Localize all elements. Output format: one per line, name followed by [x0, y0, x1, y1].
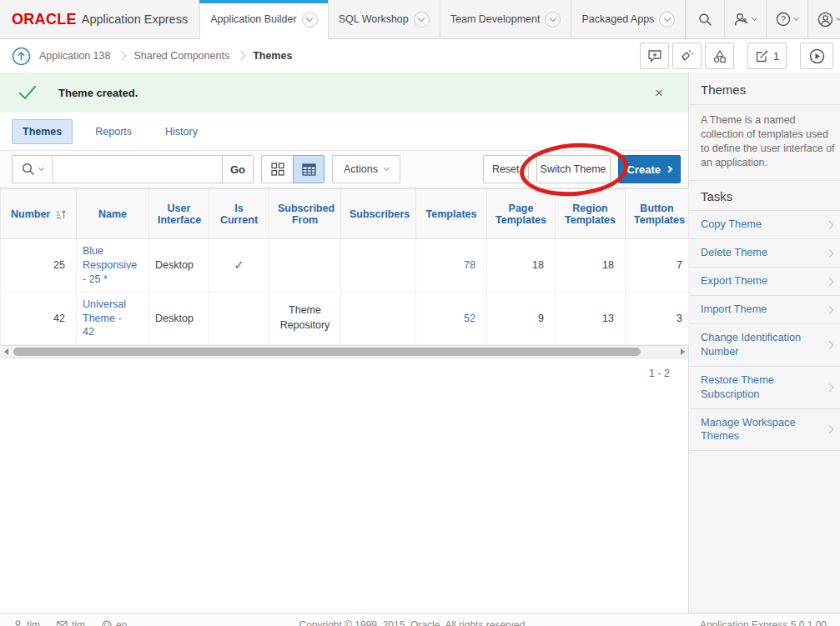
column-header-user-interface[interactable]: User Interface	[149, 189, 209, 239]
column-header-templates[interactable]: Templates	[416, 189, 487, 239]
toolbar-right-buttons: Reset Switch Theme Create	[483, 155, 681, 183]
edit-page-icon	[755, 49, 769, 63]
create-label: Create	[627, 163, 661, 176]
search-column-selector[interactable]	[13, 156, 53, 183]
task-change-identification-number[interactable]: Change Identification Number	[689, 324, 840, 367]
task-copy-theme[interactable]: Copy Theme	[689, 210, 840, 239]
column-header-name[interactable]: Name	[77, 189, 149, 239]
task-import-theme[interactable]: Import Theme	[689, 296, 840, 324]
scrollbar-thumb[interactable]	[13, 348, 641, 356]
cell-region-templates: 18	[556, 239, 626, 293]
task-manage-workspace-themes[interactable]: Manage Workspace Themes	[689, 409, 840, 452]
sort-ascending-icon	[56, 209, 67, 219]
theme-name-link[interactable]: Blue Responsive - 25 *	[83, 244, 133, 287]
up-level-icon[interactable]	[12, 47, 31, 66]
chevron-down-icon[interactable]	[545, 12, 561, 28]
success-message-text: Theme created.	[58, 87, 138, 99]
scroll-left-arrow[interactable]	[0, 348, 12, 355]
run-play-icon	[809, 48, 825, 64]
pagination-range: 1 - 2	[0, 358, 688, 379]
scrollbar-track[interactable]	[12, 348, 677, 356]
breadcrumb-bar: Application 138 Shared Components Themes…	[0, 39, 840, 73]
edit-page-button[interactable]: 1	[747, 43, 787, 69]
envelope-icon	[57, 621, 68, 626]
user-account-icon	[817, 12, 833, 28]
scroll-right-arrow[interactable]	[677, 348, 688, 355]
chevron-right-icon	[826, 306, 834, 314]
search-input[interactable]	[53, 156, 222, 183]
report-view-button[interactable]	[293, 155, 324, 183]
breadcrumb-current-page: Themes	[253, 50, 292, 62]
breadcrumb-shared-components[interactable]: Shared Components	[133, 50, 229, 62]
chevron-down-icon	[836, 15, 840, 21]
breadcrumb: Application 138 Shared Components Themes	[39, 50, 292, 62]
chevron-down-icon	[384, 165, 390, 171]
chevron-right-icon	[826, 383, 834, 392]
close-icon[interactable]: ×	[655, 86, 663, 100]
column-header-subscribers[interactable]: Subscribers	[341, 189, 416, 239]
cell-page-templates: 9	[487, 292, 556, 345]
task-export-theme[interactable]: Export Theme	[689, 268, 840, 296]
cell-number: 42	[1, 292, 77, 345]
create-button[interactable]: Create	[618, 155, 681, 183]
tab-history[interactable]: History	[154, 119, 209, 144]
table-header-row: Number Name User Interface Is Current Su…	[1, 189, 689, 239]
task-delete-theme[interactable]: Delete Theme	[689, 239, 840, 268]
nav-tab-packaged-apps[interactable]: Packaged Apps	[571, 0, 686, 38]
help-menu-button[interactable]: ?	[766, 0, 807, 38]
search-button[interactable]	[686, 0, 724, 38]
administration-menu-button[interactable]	[724, 0, 766, 38]
search-group: Go	[12, 155, 254, 183]
column-header-region-templates[interactable]: Region Templates	[556, 189, 626, 239]
column-header-number[interactable]: Number	[1, 189, 77, 239]
chevron-right-icon	[826, 341, 834, 349]
page-action-buttons: 1	[640, 43, 833, 69]
utilities-button[interactable]	[672, 43, 702, 69]
shared-components-button[interactable]	[705, 43, 734, 69]
actions-menu-button[interactable]: Actions	[332, 155, 400, 183]
go-button[interactable]: Go	[222, 156, 253, 183]
footer-user: tim	[13, 619, 40, 626]
column-header-is-current[interactable]: Is Current	[209, 189, 269, 239]
templates-count-link[interactable]: 52	[464, 313, 475, 324]
breadcrumb-application[interactable]: Application 138	[39, 50, 110, 62]
shared-components-icon	[712, 49, 727, 63]
chevron-down-icon[interactable]	[302, 12, 318, 28]
reset-button[interactable]: Reset	[483, 155, 529, 183]
user-icon	[13, 620, 23, 626]
edit-page-number: 1	[773, 50, 779, 63]
account-menu-button[interactable]	[807, 0, 840, 38]
nav-tab-application-builder[interactable]: Application Builder	[199, 0, 328, 38]
success-check-icon	[18, 85, 37, 100]
cell-user-interface: Desktop	[149, 292, 209, 345]
cell-button-templates: 3	[626, 292, 689, 345]
chevron-down-icon[interactable]	[659, 12, 675, 28]
column-header-page-templates[interactable]: Page Templates	[487, 189, 556, 239]
breadcrumb-separator-icon	[118, 51, 127, 60]
tab-themes[interactable]: Themes	[12, 119, 73, 144]
nav-tab-team-development[interactable]: Team Development	[440, 0, 571, 38]
content-area: Theme created. × Themes Reports History …	[0, 73, 840, 613]
region-tabs: Themes Reports History	[0, 113, 688, 150]
product-name: Application Express	[82, 13, 188, 26]
column-header-button-templates[interactable]: Button Templates	[626, 189, 689, 239]
run-application-button[interactable]	[800, 43, 833, 69]
column-header-subscribed-from[interactable]: Subscribed From	[269, 189, 341, 239]
success-message: Theme created. ×	[0, 73, 688, 113]
table-row: 25 Blue Responsive - 25 * Desktop ✓ 78 1…	[1, 239, 689, 293]
templates-count-link[interactable]: 78	[464, 259, 475, 271]
feedback-button[interactable]	[640, 43, 669, 69]
oracle-apex-logo[interactable]: ORACLE Application Express	[0, 0, 199, 38]
breadcrumb-separator-icon	[236, 51, 245, 60]
task-restore-theme-subscription[interactable]: Restore Theme Subscription	[689, 367, 840, 409]
cell-user-interface: Desktop	[149, 239, 209, 293]
chevron-right-icon	[826, 249, 834, 258]
chevron-down-icon[interactable]	[414, 12, 430, 28]
theme-name-link[interactable]: Universal Theme - 42	[83, 298, 133, 340]
nav-tab-sql-workshop[interactable]: SQL Workshop	[328, 0, 440, 38]
icon-view-button[interactable]	[261, 155, 293, 183]
footer-copyright: Copyright © 1999, 2015, Oracle. All righ…	[127, 619, 700, 626]
horizontal-scrollbar[interactable]	[0, 345, 688, 358]
switch-theme-button[interactable]: Switch Theme	[536, 155, 611, 183]
tab-reports[interactable]: Reports	[84, 119, 143, 144]
